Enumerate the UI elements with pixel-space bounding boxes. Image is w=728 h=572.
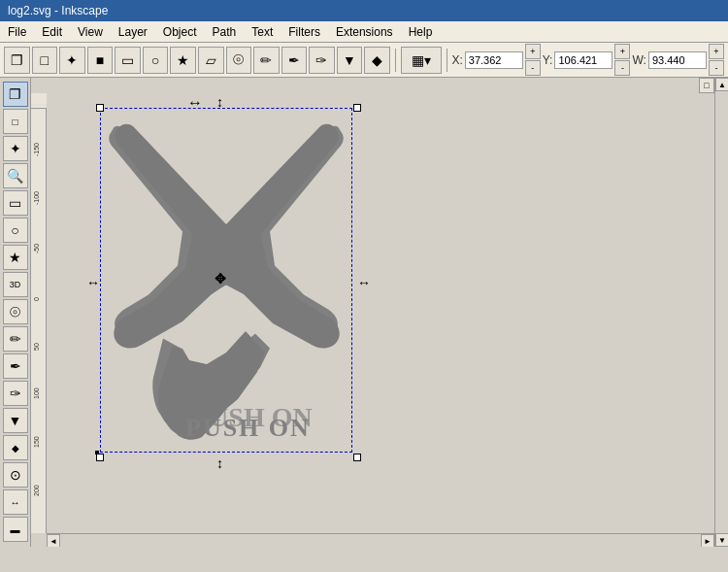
scroll-down-btn[interactable]: ▼: [715, 533, 728, 547]
logo-svg: PUSH ON: [100, 108, 352, 453]
calligraphy-tool[interactable]: ✑: [309, 47, 335, 74]
star-tool[interactable]: ★: [170, 47, 196, 74]
left-circle-tool[interactable]: ○: [3, 218, 28, 243]
left-star-tool[interactable]: ★: [3, 245, 28, 270]
pen-tool[interactable]: ✒: [281, 47, 308, 74]
w-input[interactable]: [648, 51, 707, 69]
menubar: File Edit View Layer Object Path Text Fi…: [0, 21, 728, 43]
scroll-track-right[interactable]: [715, 91, 728, 533]
handle-right-mid[interactable]: ↔: [357, 275, 371, 290]
handle-bl[interactable]: [96, 454, 104, 461]
snap-arrow: ▾: [424, 52, 431, 68]
pencil-tool[interactable]: ✏: [253, 47, 280, 74]
ruler-left: -150 -100 -50 0 50 100 150 200 250: [31, 109, 47, 533]
left-rect-tool[interactable]: ▭: [3, 190, 28, 216]
spiral-tool[interactable]: ⦾: [226, 47, 252, 74]
main-area: ❐ □ ✦ 🔍 ▭ ○ ★ 3D ⦾ ✏ ✒ ✑ ▼ ◆ ⊙ ↔ ▬ -75 -…: [0, 78, 728, 547]
selector-tool[interactable]: ❐: [3, 82, 28, 107]
w-label: W:: [632, 53, 645, 67]
left-measure-tool[interactable]: ▬: [3, 517, 28, 542]
left-tweak-tool[interactable]: ✦: [3, 136, 28, 161]
zoom-tool[interactable]: ■: [87, 47, 114, 74]
title-text: log2.svg - Inkscape: [8, 4, 108, 17]
gradient-tool[interactable]: ◆: [364, 47, 390, 74]
bucket-tool[interactable]: ▼: [337, 47, 363, 74]
y-decrement[interactable]: -: [614, 60, 630, 76]
y-label: Y:: [543, 53, 553, 67]
menu-filters[interactable]: Filters: [281, 23, 328, 41]
canvas-area[interactable]: -75 -50 -25 0 25 150 75 100 125 150: [31, 78, 728, 547]
scrollbar-bottom[interactable]: ◄ ►: [47, 533, 714, 547]
snap-dropdown[interactable]: ▦ ▾: [401, 47, 442, 74]
w-increment[interactable]: +: [709, 44, 724, 59]
scrollbar-right[interactable]: ▲ ▼: [714, 78, 728, 547]
titlebar: log2.svg - Inkscape: [0, 0, 728, 21]
left-pencil-tool[interactable]: ✏: [3, 326, 28, 352]
menu-view[interactable]: View: [70, 23, 111, 41]
toolbar-separator-1: [395, 49, 396, 72]
svg-text:PUSH ON: PUSH ON: [185, 414, 311, 442]
x-label: X:: [451, 53, 462, 67]
toolbar: ❐ □ ✦ ■ ▭ ○ ★ ▱ ⦾ ✏ ✒ ✑ ▼ ◆ ▦ ▾ X: + - Y…: [0, 43, 728, 78]
position-marker: [95, 451, 99, 454]
x-decrement[interactable]: -: [525, 60, 541, 76]
left-bucket-tool[interactable]: ▼: [3, 408, 28, 433]
tweak-tool[interactable]: ✦: [59, 47, 85, 74]
menu-extensions[interactable]: Extensions: [328, 23, 401, 41]
selection-container: PUSH ON: [100, 108, 357, 457]
svg-text:200: 200: [33, 485, 40, 496]
svg-text:50: 50: [33, 343, 40, 351]
scroll-up-btn[interactable]: ▲: [715, 78, 728, 91]
left-spiral-tool[interactable]: ⦾: [3, 299, 28, 324]
handle-br[interactable]: [353, 454, 361, 461]
x-increment[interactable]: +: [525, 44, 541, 59]
toolbar-separator-2: [447, 49, 447, 72]
handle-left-mid[interactable]: ↔: [86, 275, 100, 290]
scroll-right-btn[interactable]: ►: [701, 534, 714, 547]
scroll-track-bottom[interactable]: [60, 534, 701, 547]
w-decrement[interactable]: -: [709, 60, 724, 76]
left-connector-tool[interactable]: ↔: [3, 489, 28, 515]
menu-edit[interactable]: Edit: [34, 23, 70, 41]
handle-tr[interactable]: [353, 104, 361, 112]
circle-tool[interactable]: ○: [143, 47, 169, 74]
select-tool[interactable]: ❐: [4, 47, 30, 74]
left-zoom-tool[interactable]: 🔍: [3, 163, 28, 188]
left-3d-tool[interactable]: 3D: [3, 272, 28, 297]
canvas-content[interactable]: PUSH ON: [47, 93, 728, 547]
scroll-left-btn[interactable]: ◄: [47, 534, 60, 547]
menu-text[interactable]: Text: [244, 23, 281, 41]
menu-layer[interactable]: Layer: [111, 23, 155, 41]
svg-text:-50: -50: [33, 244, 40, 253]
left-toolbar: ❐ □ ✦ 🔍 ▭ ○ ★ 3D ⦾ ✏ ✒ ✑ ▼ ◆ ⊙ ↔ ▬: [0, 78, 31, 547]
left-node-tool[interactable]: □: [3, 109, 28, 134]
svg-text:-150: -150: [33, 143, 40, 156]
svg-text:100: 100: [33, 387, 40, 399]
snap-icon: ▦: [412, 52, 424, 68]
menu-help[interactable]: Help: [401, 23, 441, 41]
svg-text:0: 0: [33, 297, 40, 301]
left-calli-tool[interactable]: ✑: [3, 381, 28, 406]
y-input[interactable]: [554, 51, 612, 69]
menu-path[interactable]: Path: [205, 23, 245, 41]
y-increment[interactable]: +: [614, 44, 630, 59]
svg-text:-100: -100: [33, 191, 40, 205]
canvas-resize-corner[interactable]: □: [699, 78, 714, 93]
box3d-tool[interactable]: ▱: [198, 47, 224, 74]
left-dropper-tool[interactable]: ⊙: [3, 462, 28, 488]
svg-text:150: 150: [33, 436, 40, 448]
x-input[interactable]: [465, 51, 523, 69]
rectangle-tool[interactable]: ▭: [115, 47, 141, 74]
left-pen-tool[interactable]: ✒: [3, 353, 28, 379]
left-gradient-tool[interactable]: ◆: [3, 435, 28, 460]
menu-file[interactable]: File: [0, 23, 34, 41]
menu-object[interactable]: Object: [155, 23, 205, 41]
handle-bottom-mid[interactable]: ↕: [216, 455, 223, 471]
node-tool[interactable]: □: [32, 47, 58, 74]
